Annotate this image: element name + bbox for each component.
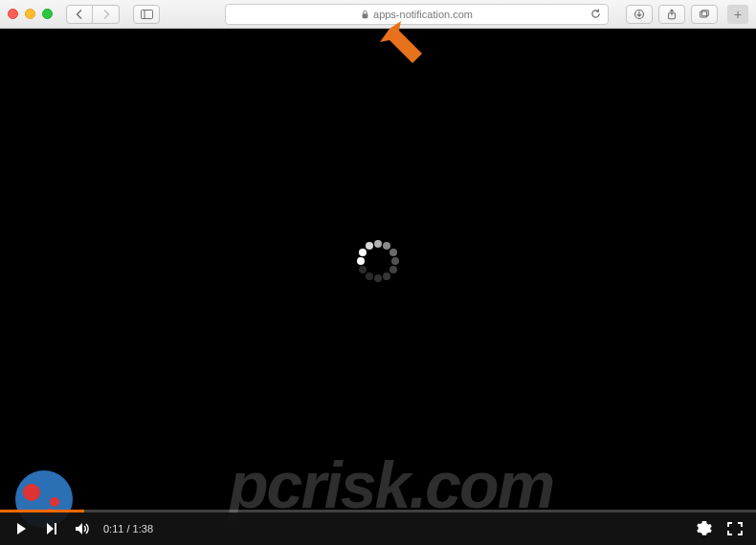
share-button[interactable] [658,5,685,24]
sidebar-toggle-button[interactable] [133,5,160,24]
fullscreen-icon [727,522,743,535]
forward-button[interactable] [93,5,120,24]
current-time: 0:11 [103,523,123,534]
downloads-button[interactable] [626,5,653,24]
play-icon [14,522,28,535]
video-viewport: pcrisk.com 0:11 / 1:38 [0,29,756,545]
annotation-arrow-icon [380,21,422,67]
loading-spinner-icon [354,237,402,285]
reload-button[interactable] [589,8,602,21]
nav-buttons [66,5,120,24]
show-all-tabs-button[interactable] [691,5,718,24]
next-button[interactable] [40,517,63,540]
fullscreen-button[interactable] [723,517,746,540]
toolbar-right: + [626,5,748,24]
url-text: apps-notification.com [373,9,473,20]
svg-rect-2 [363,13,368,18]
browser-toolbar: apps-notification.com + [0,0,756,29]
volume-button[interactable] [71,517,94,540]
back-button[interactable] [66,5,93,24]
svg-rect-7 [55,523,56,534]
seek-bar[interactable] [0,510,756,512]
maximize-window-button[interactable] [42,9,53,19]
new-tab-button[interactable]: + [727,5,748,24]
gear-icon [697,521,712,536]
time-display: 0:11 / 1:38 [103,523,153,534]
volume-icon [75,522,90,535]
close-window-button[interactable] [8,9,18,19]
settings-button[interactable] [693,517,716,540]
lock-icon [361,10,369,19]
play-button[interactable] [10,517,33,540]
window-controls [8,9,53,19]
seek-progress [0,510,84,512]
svg-rect-0 [141,10,152,18]
video-controls-bar: 0:11 / 1:38 [0,512,756,545]
next-icon [45,522,58,535]
duration: 1:38 [133,523,153,534]
minimize-window-button[interactable] [25,9,35,19]
